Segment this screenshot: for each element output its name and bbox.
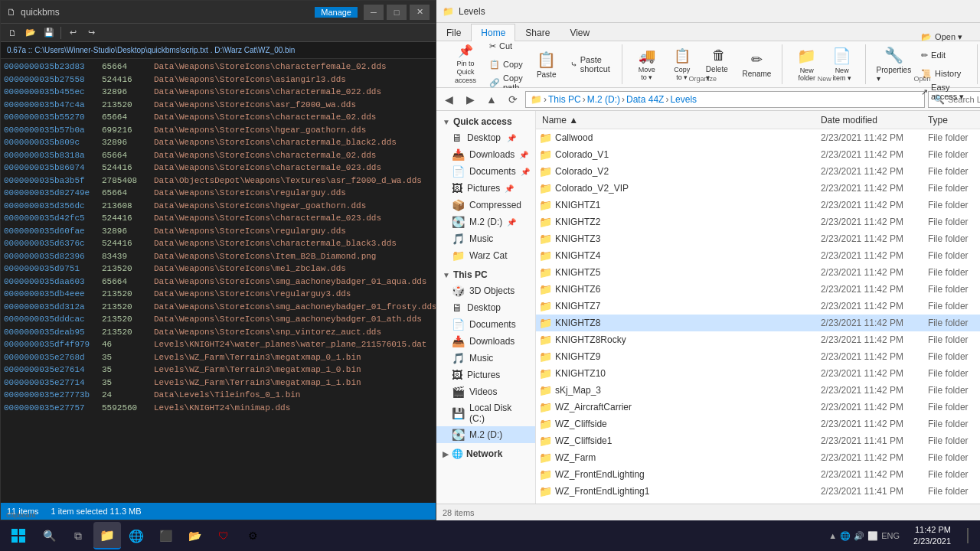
lang-indicator[interactable]: ENG: [881, 531, 900, 540]
table-row[interactable]: 📁 WZ_FrontEndLighting 2/23/2021 11:42 PM…: [536, 466, 980, 483]
maximize-button[interactable]: □: [387, 5, 407, 20]
properties-button[interactable]: 🔧 Properties ▾: [874, 46, 914, 83]
table-row[interactable]: 📁 WZ_Cliffside1 2/23/2021 11:41 PM File …: [536, 432, 980, 449]
redo-button[interactable]: ↪: [83, 25, 100, 41]
sidebar-item-music-pc[interactable]: 🎵 Music: [436, 350, 535, 367]
list-item[interactable]: 0000000035b8318a65664Data\Weapons\StoreI…: [4, 149, 433, 162]
list-item[interactable]: 0000000035d02749e65664Data\Weapons\Store…: [4, 187, 433, 200]
file-list[interactable]: Name ▲ Date modified Type Size 📁 Callwoo…: [536, 111, 980, 504]
tab-home[interactable]: Home: [471, 24, 515, 41]
tab-view[interactable]: View: [560, 24, 599, 41]
col-name[interactable]: Name ▲: [539, 115, 821, 126]
taskbar-taskview-button[interactable]: ⧉: [64, 522, 92, 549]
list-item[interactable]: 0000000035d9751213520Data\Weapons\StoreI…: [4, 262, 433, 276]
sidebar-item-pictures-pc[interactable]: 🖼 Pictures: [436, 367, 535, 383]
list-item[interactable]: 0000000035b86074524416Data\Weapons\Store…: [4, 161, 433, 174]
list-item[interactable]: 0000000035e277575592560Levels\KNIGHT24\m…: [4, 402, 433, 415]
tray-sound-icon[interactable]: 🔊: [854, 531, 864, 541]
taskbar-files-button[interactable]: 📂: [181, 522, 208, 549]
forward-button[interactable]: ▶: [461, 90, 479, 109]
col-date[interactable]: Date modified: [821, 115, 928, 126]
sidebar-item-documents-pc[interactable]: 📄 Documents: [436, 316, 535, 333]
list-item[interactable]: 0000000035e2761435Levels\WZ_Farm\Terrain…: [4, 364, 433, 377]
start-button[interactable]: [3, 522, 34, 549]
table-row[interactable]: 📁 KNIGHTZ9 2/23/2021 11:42 PM File folde…: [536, 348, 980, 365]
refresh-button[interactable]: ⟳: [504, 90, 522, 109]
list-item[interactable]: 0000000035db4eee213520Data\Weapons\Store…: [4, 288, 433, 301]
taskbar-chrome-button[interactable]: 🌐: [122, 522, 150, 549]
show-desktop-button[interactable]: [959, 522, 977, 549]
table-row[interactable]: 📁 KNIGHTZ10 2/23/2021 11:42 PM File fold…: [536, 365, 980, 382]
save-button[interactable]: 💾: [41, 25, 57, 41]
table-row[interactable]: 📁 Colorado_V2_VIP 2/23/2021 11:42 PM Fil…: [536, 180, 980, 197]
list-item[interactable]: 0000000035d6376c524416Data\Weapons\Store…: [4, 237, 433, 250]
taskbar-cmd-button[interactable]: ⬛: [152, 522, 179, 549]
pin-quick-access-button[interactable]: 📌 Pin to Quickaccess: [449, 46, 482, 83]
open-button-ribbon[interactable]: 📂Open ▾: [916, 28, 971, 45]
list-item[interactable]: 0000000035d42fc5524416Data\Weapons\Store…: [4, 212, 433, 225]
list-item[interactable]: 0000000035b27558524416Data\Weapons\Store…: [4, 73, 433, 86]
sidebar-item-localdisk-c[interactable]: 💾 Local Disk (C:): [436, 400, 535, 426]
table-row[interactable]: 📁 KNIGHTZ2 2/23/2021 11:42 PM File folde…: [536, 214, 980, 230]
sidebar-item-videos-pc[interactable]: 🎬 Videos: [436, 383, 535, 400]
path-part-m2[interactable]: M.2 (D:): [587, 94, 620, 105]
list-item[interactable]: 0000000035b23d8365664Data\Weapons\StoreI…: [4, 60, 433, 73]
table-row[interactable]: 📁 Colorado_V1 2/23/2021 11:42 PM File fo…: [536, 146, 980, 163]
close-button[interactable]: ✕: [410, 5, 430, 20]
minimize-button[interactable]: ─: [364, 5, 384, 20]
sidebar-item-downloads[interactable]: 📥 Downloads 📌: [436, 146, 535, 163]
table-row[interactable]: 📁 KNIGHTZ3 2/23/2021 11:42 PM File folde…: [536, 230, 980, 247]
sidebar-item-pictures[interactable]: 🖼 Pictures 📌: [436, 180, 535, 197]
table-row[interactable]: 📁 WZ_FrontEndLighting1 2/23/2021 11:41 P…: [536, 483, 980, 500]
copy-button[interactable]: 📋Copy: [484, 56, 528, 73]
sidebar-item-downloads-pc[interactable]: 📥 Downloads: [436, 333, 535, 350]
list-item[interactable]: 0000000035d356dc213608Data\Weapons\Store…: [4, 200, 433, 213]
tray-network-icon[interactable]: 🌐: [840, 531, 851, 541]
this-pc-header[interactable]: ▼ This PC: [436, 267, 535, 282]
list-item[interactable]: 0000000035deab95213520Data\Weapons\Store…: [4, 326, 433, 339]
paste-shortcut-button[interactable]: ⤷Paste shortcut: [565, 56, 616, 73]
sidebar-item-m2[interactable]: 💽 M.2 (D:) 📌: [436, 214, 535, 230]
list-item[interactable]: 0000000035d8239683439Data\Weapons\StoreI…: [4, 250, 433, 263]
list-item[interactable]: 0000000035b455ec32896Data\Weapons\StoreI…: [4, 86, 433, 99]
list-item[interactable]: 0000000035d60fae32896Data\Weapons\StoreI…: [4, 225, 433, 238]
list-item[interactable]: 0000000035e27773b24Data\Levels\Tileinfos…: [4, 389, 433, 402]
path-part-thispc-text[interactable]: This PC: [548, 94, 581, 105]
move-to-button[interactable]: 🚚 Moveto ▾: [630, 46, 664, 83]
taskbar-explorer-button[interactable]: 📁: [93, 522, 121, 549]
table-row[interactable]: 📁 KNIGHTZ8Rocky 2/23/2021 11:42 PM File …: [536, 331, 980, 348]
list-item[interactable]: 0000000035e2771435Levels\WZ_Farm\Terrain…: [4, 377, 433, 390]
table-row[interactable]: 📁 KNIGHTZ4 2/23/2021 11:42 PM File folde…: [536, 247, 980, 264]
new-file-button[interactable]: 🗋: [4, 25, 21, 41]
taskbar-clock[interactable]: 11:42 PM 2/23/2021: [907, 524, 957, 548]
tab-file[interactable]: File: [436, 24, 471, 41]
sidebar-item-compressed[interactable]: 📦 Compressed: [436, 197, 535, 214]
easy-access-button[interactable]: ↗Easy access ▾: [916, 83, 971, 100]
table-row[interactable]: 📁 KNIGHTZ6 2/23/2021 11:42 PM File folde…: [536, 281, 980, 298]
path-part-levels[interactable]: Levels: [670, 94, 697, 105]
left-content[interactable]: 0000000035b23d8365664Data\Weapons\StoreI…: [1, 59, 436, 503]
list-item[interactable]: 0000000035b5527065664Data\Weapons\StoreI…: [4, 111, 433, 124]
sidebar-item-music-qa[interactable]: 🎵 Music: [436, 230, 535, 247]
list-item[interactable]: 0000000035b57b0a699216Data\Weapons\Store…: [4, 124, 433, 137]
table-row[interactable]: 📁 KNIGHTZ1 2/23/2021 11:42 PM File folde…: [536, 197, 980, 214]
table-row[interactable]: 📁 WZ_AircraftCarrier 2/23/2021 11:42 PM …: [536, 399, 980, 416]
address-path[interactable]: 📁 › This PC › M.2 (D:) › Data 44Z › Leve…: [525, 91, 925, 108]
sidebar-item-3dobjects[interactable]: 🎲 3D Objects: [436, 282, 535, 299]
sidebar-item-desktop[interactable]: 🖥 Desktop 📌: [436, 129, 535, 146]
tray-caret-icon[interactable]: ▲: [828, 531, 837, 540]
table-row[interactable]: 📁 KNIGHTZ8 2/23/2021 11:42 PM File folde…: [536, 315, 980, 331]
taskbar-search-button[interactable]: 🔍: [35, 522, 63, 549]
sidebar-item-warzcat[interactable]: 📁 Warz Cat: [436, 247, 535, 264]
quick-access-header[interactable]: ▼ Quick access: [436, 114, 535, 129]
table-row[interactable]: 📁 Callwood 2/23/2021 11:42 PM File folde…: [536, 129, 980, 146]
up-button[interactable]: ▲: [482, 90, 501, 109]
list-item[interactable]: 0000000035dd312a213520Data\Weapons\Store…: [4, 301, 433, 314]
path-part-data[interactable]: Data 44Z: [626, 94, 664, 105]
manage-label[interactable]: Manage: [315, 7, 358, 18]
table-row[interactable]: 📁 KNIGHTZ5 2/23/2021 11:42 PM File folde…: [536, 264, 980, 281]
edit-button[interactable]: ✏Edit: [916, 47, 971, 64]
list-item[interactable]: 0000000035daa60365664Data\Weapons\StoreI…: [4, 276, 433, 289]
table-row[interactable]: 📁 Colorado_V2 2/23/2021 11:42 PM File fo…: [536, 163, 980, 180]
table-row[interactable]: 📁 KNIGHTZ7 2/23/2021 11:42 PM File folde…: [536, 298, 980, 315]
